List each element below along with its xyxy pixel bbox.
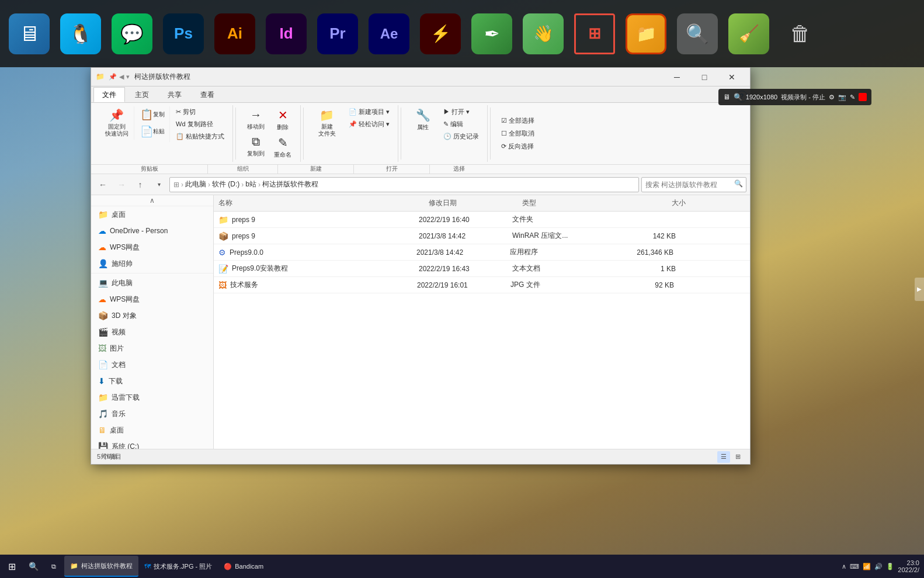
file-row[interactable]: 🖼 技术服务 2022/2/19 16:01 JPG 文件 92 KB (214, 277, 750, 293)
start-button[interactable]: ⊞ (2, 556, 22, 577)
search-taskbar-button[interactable]: 🔍 (23, 556, 44, 577)
dock-ae-icon[interactable]: Ae (366, 11, 412, 57)
dock-folder-app-icon[interactable]: 📁 (623, 11, 669, 57)
search-input[interactable] (641, 177, 746, 192)
dock-pr-icon[interactable]: Pr (314, 11, 361, 57)
sidebar-item-thunder[interactable]: 📁 迅雷下载 (91, 389, 213, 406)
breadcrumb-item-thispc[interactable]: 此电脑 (185, 179, 206, 189)
breadcrumb-item-d-drive[interactable]: 软件 (D:) (212, 179, 239, 189)
dock-search-app-icon[interactable]: 🔍 (674, 11, 721, 57)
tab-share[interactable]: 共享 (159, 87, 190, 102)
tab-file[interactable]: 文件 (93, 87, 125, 102)
title-nav-down[interactable]: ▾ (126, 73, 130, 81)
move-to-button[interactable]: →移动到 (243, 106, 269, 133)
sidebar-item-c-drive[interactable]: 💾 系统 (C:) (91, 438, 213, 449)
dock-trash-icon[interactable]: 🗑 (777, 11, 824, 57)
dock-qq-icon[interactable]: 🐧 (57, 11, 104, 57)
open-button[interactable]: ▶ 打开 ▾ (440, 106, 482, 117)
copy-button[interactable]: 📋复制 (137, 106, 168, 123)
copy-path-button[interactable]: Wd 复制路径 (172, 119, 228, 130)
minimize-button[interactable]: ─ (664, 68, 690, 86)
tray-clock[interactable]: 23:0 2022/2/ (898, 559, 919, 573)
list-view-button[interactable]: ☰ (717, 451, 730, 463)
paste-shortcut-button[interactable]: 📋 粘贴快捷方式 (172, 131, 228, 142)
easy-access-button[interactable]: 📌 轻松访问 ▾ (345, 119, 393, 130)
pin-to-quickaccess-button[interactable]: 📌 固定到快速访问 (100, 106, 133, 139)
dock-windows-icon[interactable]: ⊞ (571, 11, 618, 57)
dock-green2-icon[interactable]: 👋 (520, 11, 567, 57)
file-row[interactable]: ⚙ Preps9.0.0 2021/3/8 14:42 应用程序 261,346… (214, 244, 750, 261)
grid-view-button[interactable]: ⊞ (731, 451, 744, 463)
sidebar-item-wps-cloud1[interactable]: ☁ WPS网盘 (91, 239, 213, 255)
edit-button[interactable]: ✎ 编辑 (440, 119, 482, 130)
recording-camera-icon[interactable]: 📷 (838, 94, 846, 101)
column-header-name[interactable]: 名称 (218, 198, 429, 208)
properties-button[interactable]: 🔧 属性 (408, 106, 437, 133)
title-nav-back[interactable]: ◀ (119, 73, 124, 81)
sidebar-item-desktop[interactable]: 📁 桌面 (91, 206, 213, 223)
dock-cleaner-icon[interactable]: 🧹 (725, 11, 772, 57)
taskbar-file-explorer[interactable]: 📁 柯达拼版软件教程 (64, 556, 138, 577)
dock-ai-icon[interactable]: Ai (211, 11, 258, 57)
recording-stop-btn[interactable] (859, 93, 867, 101)
sidebar-item-video[interactable]: 🎬 视频 (91, 324, 213, 340)
maximize-button[interactable]: □ (691, 68, 718, 86)
nav-back-button[interactable]: ← (95, 176, 111, 193)
tray-expand-icon[interactable]: ∧ (842, 563, 846, 570)
nav-up-button[interactable]: ↑ (132, 176, 148, 193)
recording-edit-icon[interactable]: ✎ (850, 94, 855, 101)
tab-home[interactable]: 主页 (126, 87, 158, 102)
sidebar-item-pictures[interactable]: 🖼 图片 (91, 340, 213, 357)
tab-view[interactable]: 查看 (192, 87, 223, 102)
tray-network-icon[interactable]: 📶 (863, 563, 871, 570)
column-header-size[interactable]: 大小 (616, 198, 686, 208)
new-folder-button[interactable]: 📁 新建文件夹 (311, 106, 343, 139)
right-edge-button[interactable]: ▶ (915, 278, 924, 301)
task-view-button[interactable]: ⧉ (46, 556, 62, 577)
select-all-button[interactable]: ☑ 全部选择 (498, 115, 538, 126)
tray-volume-icon[interactable]: 🔊 (874, 563, 883, 570)
sidebar-scroll-up[interactable]: ∧ (150, 196, 155, 205)
sidebar-item-wps-cloud2[interactable]: ☁ WPS网盘 (91, 291, 213, 307)
taskbar-photo-viewer[interactable]: 🗺 技术服务.JPG - 照片 (138, 556, 218, 577)
file-row[interactable]: 📁 preps 9 2022/2/19 16:40 文件夹 (214, 212, 750, 228)
file-row[interactable]: 📦 preps 9 2021/3/8 14:42 WinRAR 压缩文... 1… (214, 228, 750, 244)
sidebar-item-3d[interactable]: 📦 3D 对象 (91, 307, 213, 324)
column-header-type[interactable]: 类型 (522, 198, 616, 208)
sidebar-item-onedrive[interactable]: ☁ OneDrive - Person (91, 223, 213, 239)
taskbar-bandicam[interactable]: 🔴 Bandicam (218, 556, 269, 577)
breadcrumb-item-home[interactable]: ⊞ (173, 181, 179, 189)
quick-access-pin[interactable]: 📌 (109, 73, 117, 81)
nav-recent-button[interactable]: ▾ (151, 176, 167, 193)
dock-note-icon[interactable]: ✒ (468, 11, 515, 57)
file-row[interactable]: 📝 Preps9.0安装教程 2022/2/19 16:43 文本文档 1 KB (214, 261, 750, 277)
dock-acrobat-icon[interactable]: ⚡ (417, 11, 464, 57)
sidebar-item-downloads[interactable]: ⬇ 下载 (91, 373, 213, 389)
breadcrumb-item-bilibili[interactable]: b站 (245, 179, 256, 189)
sidebar-item-thispc[interactable]: 💻 此电脑 (91, 275, 213, 291)
select-none-button[interactable]: ☐ 全部取消 (498, 128, 538, 139)
dock-wechat-icon[interactable]: 💬 (109, 11, 155, 57)
sidebar-item-music[interactable]: 🎵 音乐 (91, 406, 213, 422)
sidebar-item-user[interactable]: 👤 施绍帅 (91, 255, 213, 272)
copy-to-button[interactable]: ⧉复制到 (243, 133, 269, 160)
dock-monitor-icon[interactable]: 🖥 (6, 11, 53, 57)
close-button[interactable]: ✕ (718, 68, 745, 86)
sidebar-item-desktop2[interactable]: 🖥 桌面 (91, 422, 213, 438)
invert-selection-button[interactable]: ⟳ 反向选择 (498, 141, 538, 152)
dock-ps-icon[interactable]: Ps (160, 11, 207, 57)
dock-id-icon[interactable]: Id (263, 11, 310, 57)
breadcrumb-item-current[interactable]: 柯达拼版软件教程 (262, 179, 318, 189)
tray-keyboard-icon[interactable]: ⌨ (850, 563, 859, 570)
new-item-button[interactable]: 📄 新建项目 ▾ (345, 106, 393, 117)
cut-button[interactable]: ✂ 剪切 (172, 106, 228, 117)
column-header-date[interactable]: 修改日期 (429, 198, 522, 208)
paste-button[interactable]: 📄粘贴 (137, 123, 168, 140)
delete-button[interactable]: ✕删除 (270, 106, 296, 133)
recording-settings-icon[interactable]: ⚙ (829, 94, 835, 101)
history-button[interactable]: 🕒 历史记录 (440, 131, 482, 142)
sidebar-item-docs[interactable]: 📄 文档 (91, 357, 213, 373)
nav-forward-button[interactable]: → (113, 176, 130, 193)
rename-button[interactable]: ✎重命名 (270, 134, 296, 161)
address-path[interactable]: ⊞ › 此电脑 › 软件 (D:) › b站 › 柯达拼版软件教程 (169, 177, 639, 192)
